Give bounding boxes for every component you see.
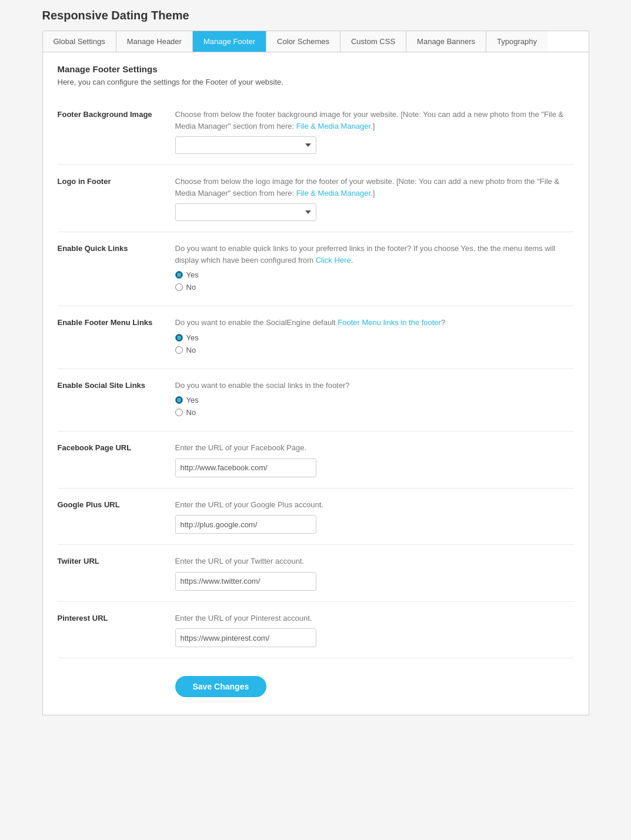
twitter-url-input[interactable] <box>175 572 316 591</box>
footer-menu-help: Do you want to enable the SocialEngine d… <box>175 317 574 329</box>
twitter-url-content: Enter the URL of your Twitter account. <box>175 555 574 591</box>
tab-typography[interactable]: Typography <box>486 31 547 52</box>
footer-bg-select[interactable] <box>175 136 316 154</box>
facebook-url-label: Facebook Page URL <box>58 442 175 452</box>
section-desc: Here, you can configure the settings for… <box>58 78 574 86</box>
logo-footer-label: Logo in Footer <box>58 176 175 186</box>
tab-manage-banners[interactable]: Manage Banners <box>406 31 486 52</box>
footer-menu-yes-radio[interactable] <box>175 334 183 342</box>
social-links-radio-group: Yes No <box>175 396 574 417</box>
footer-bg-media-link[interactable]: File & Media Manager <box>296 122 370 130</box>
social-links-yes-option[interactable]: Yes <box>175 396 574 404</box>
quick-links-no-option[interactable]: No <box>175 283 574 292</box>
social-links-yes-radio[interactable] <box>175 396 183 404</box>
pinterest-url-row: Pinterest URL Enter the URL of your Pint… <box>58 602 574 659</box>
pinterest-url-input[interactable] <box>175 628 316 647</box>
quick-links-help: Do you want to enable quick links to you… <box>175 243 574 266</box>
facebook-url-content: Enter the URL of your Facebook Page. <box>175 442 574 477</box>
facebook-url-row: Facebook Page URL Enter the URL of your … <box>58 431 574 488</box>
facebook-url-input[interactable] <box>175 459 316 477</box>
logo-footer-media-link[interactable]: File & Media Manager <box>296 189 370 198</box>
social-links-row: Enable Social Site Links Do you want to … <box>58 369 574 432</box>
facebook-url-help: Enter the URL of your Facebook Page. <box>175 442 574 454</box>
quick-links-yes-option[interactable]: Yes <box>175 270 574 279</box>
tab-custom-css[interactable]: Custom CSS <box>340 31 406 52</box>
tab-manage-header[interactable]: Manage Header <box>116 31 193 52</box>
quick-links-radio-group: Yes No <box>175 270 574 292</box>
social-links-help: Do you want to enable the social links i… <box>175 380 574 391</box>
quick-links-no-radio[interactable] <box>175 283 183 291</box>
footer-menu-yes-option[interactable]: Yes <box>175 333 574 342</box>
pinterest-url-content: Enter the URL of your Pinterest account. <box>175 613 574 648</box>
footer-menu-radio-group: Yes No <box>175 333 574 354</box>
tab-color-schemes[interactable]: Color Schemes <box>266 31 340 52</box>
footer-bg-label: Footer Background Image <box>58 109 175 119</box>
tab-global-settings[interactable]: Global Settings <box>43 31 116 52</box>
social-links-content: Do you want to enable the social links i… <box>175 380 574 421</box>
quick-links-yes-radio[interactable] <box>175 271 183 279</box>
tabs-bar: Global Settings Manage Header Manage Foo… <box>42 31 589 52</box>
quick-links-label: Enable Quick Links <box>58 243 175 253</box>
logo-footer-select[interactable] <box>175 203 316 221</box>
social-links-label: Enable Social Site Links <box>58 380 175 390</box>
save-changes-button[interactable]: Save Changes <box>175 676 267 697</box>
footer-menu-row: Enable Footer Menu Links Do you want to … <box>58 306 574 369</box>
section-title: Manage Footer Settings <box>58 64 574 74</box>
tab-manage-footer[interactable]: Manage Footer <box>193 31 266 52</box>
pinterest-url-help: Enter the URL of your Pinterest account. <box>175 613 574 624</box>
footer-bg-content: Choose from below the footer background … <box>175 109 574 154</box>
footer-menu-content: Do you want to enable the SocialEngine d… <box>175 317 574 358</box>
footer-menu-no-radio[interactable] <box>175 346 183 354</box>
google-plus-url-label: Google Plus URL <box>58 499 175 509</box>
logo-footer-content: Choose from below the logo image for the… <box>175 176 574 221</box>
social-links-no-option[interactable]: No <box>175 408 574 417</box>
footer-bg-help: Choose from below the footer background … <box>175 109 574 132</box>
twitter-url-row: Twiiter URL Enter the URL of your Twitte… <box>58 545 574 602</box>
save-button-row: Save Changes <box>58 664 574 697</box>
google-plus-url-help: Enter the URL of your Google Plus accoun… <box>175 499 574 511</box>
social-links-no-radio[interactable] <box>175 409 183 416</box>
logo-footer-help: Choose from below the logo image for the… <box>175 176 574 199</box>
page-title: Responsive Dating Theme <box>42 9 589 22</box>
footer-menu-label: Enable Footer Menu Links <box>58 317 175 327</box>
google-plus-url-row: Google Plus URL Enter the URL of your Go… <box>58 488 574 546</box>
quick-links-content: Do you want to enable quick links to you… <box>175 243 574 295</box>
content-area: Manage Footer Settings Here, you can con… <box>42 52 589 715</box>
twitter-url-label: Twiiter URL <box>58 555 175 565</box>
footer-menu-link[interactable]: Footer Menu links in the footer <box>338 318 441 327</box>
twitter-url-help: Enter the URL of your Twitter account. <box>175 555 574 567</box>
logo-footer-row: Logo in Footer Choose from below the log… <box>58 165 574 232</box>
footer-bg-row: Footer Background Image Choose from belo… <box>58 98 574 165</box>
google-plus-url-content: Enter the URL of your Google Plus accoun… <box>175 499 574 534</box>
quick-links-row: Enable Quick Links Do you want to enable… <box>58 232 574 306</box>
footer-menu-no-option[interactable]: No <box>175 346 574 354</box>
pinterest-url-label: Pinterest URL <box>58 613 175 623</box>
quick-links-click-here[interactable]: Click Here <box>316 256 351 265</box>
google-plus-url-input[interactable] <box>175 515 316 534</box>
